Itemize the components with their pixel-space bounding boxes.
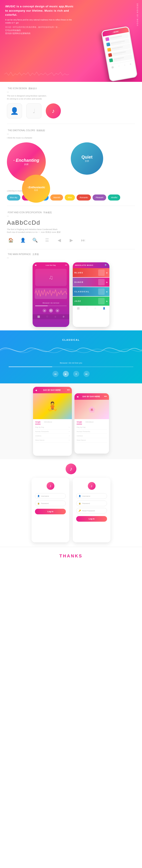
day2-tab-single[interactable]: Single (77, 421, 82, 424)
password-input-1[interactable]: 🔒 Password (35, 501, 66, 506)
circle-enthusiastic: · Enthusiastic 热情 (22, 175, 50, 203)
lock-icon-2: 🔒 (79, 502, 81, 504)
interface-section: THE MAIN INTERFACE 主界面 — ◀ Love the Day … (0, 249, 142, 331)
day-title: DAY BY DAY·HERE (43, 389, 61, 391)
day-dots-icon[interactable]: ••• (67, 389, 70, 392)
progress-fill (35, 306, 48, 306)
thanks-section: THANKS (0, 547, 142, 565)
big-pause-button[interactable]: ⏸ (73, 371, 79, 377)
hero-phone: ♪ iMUSIC (88, 6, 140, 82)
username-input-2[interactable]: 👤 Username (76, 493, 107, 499)
list-nav-person[interactable]: 👤 (103, 307, 105, 310)
icon-person-box: 👤 (7, 103, 22, 119)
playlist-item-4[interactable]: Slow Dance ○ (35, 438, 70, 442)
login-section: ♪ ♪ 👤 Username 🔒 Password Log In ♪ (0, 459, 142, 547)
genre-classical[interactable]: CLASSICAL (73, 287, 109, 296)
waveform (35, 288, 67, 299)
spec-icon-back: ◀ (55, 236, 63, 244)
music-note-icon: ♪ (70, 466, 72, 472)
big-next-button[interactable]: ⏭ (84, 371, 90, 377)
big-prev-button[interactable]: ⏮ (52, 371, 58, 377)
font-spec-cn: 字体规范 (43, 211, 52, 214)
icon-design-title: THE ICON DESIGN 图标设计 (7, 87, 135, 90)
day2-song-4: Slow Dance (77, 439, 86, 441)
day2-song-1: Day by Day (77, 426, 85, 428)
day2-item-4[interactable]: Slow Dance (77, 438, 107, 442)
day2-song-2: Human Fireworks (77, 431, 90, 433)
list-nav-home[interactable]: ⬜ (77, 307, 79, 310)
icon-music-note: ♩ (33, 107, 35, 115)
font-spec-title: FONT AND ICON SPECIFICATION 字体规范 (7, 211, 135, 214)
password-input-2[interactable]: 🔒 Password (76, 501, 107, 506)
playlist-item-2[interactable]: Human Fireworks ○ (35, 430, 70, 434)
enthusiastic-label-en: · Enthusiastic (27, 186, 45, 189)
big-player-song: Because I do not love you (0, 362, 142, 364)
nav-heart-icon[interactable]: ♡ (46, 315, 48, 318)
login1-note-icon: ♪ (50, 484, 51, 488)
big-player-progress-bar[interactable] (9, 367, 133, 367)
list-nav-heart[interactable]: ♡ (86, 307, 88, 310)
phone-ui-row: ◀ Love the Day ••• ♫ Because I do not lo… (7, 262, 135, 327)
day2-item-2[interactable]: Human Fireworks (77, 430, 107, 434)
genre-dance[interactable]: DANCE (73, 278, 109, 287)
play-button[interactable]: ▶ (49, 309, 53, 312)
password-placeholder-2: Password (82, 502, 90, 504)
interface-title-cn: 主界面 (32, 253, 39, 255)
phone-pair: ◀ DAY BY DAY·HERE ••• 🧘 Single Introduce… (4, 387, 138, 456)
hero-cn-3: 音乐设计是用布尔运算制作的 (5, 32, 74, 35)
player-menu-icon[interactable]: ••• (65, 264, 67, 266)
genre-jazz-label: JAZZ (75, 300, 81, 302)
day-header-1: ◀ DAY BY DAY·HERE ••• (33, 387, 72, 393)
icon-row: 👤 ♩ ♪ (7, 103, 135, 119)
day2-tab-introduce[interactable]: Introduce (85, 421, 94, 424)
color-tag-mindful: Mindful (108, 194, 120, 200)
playlist-item-1[interactable]: Day by Day ○ (35, 425, 70, 430)
day2-item-1[interactable]: Day by Day (77, 425, 107, 430)
list-header-title: ABSOLUTE MUSIC (75, 264, 93, 266)
password-placeholder: Password (41, 502, 49, 504)
next-button[interactable]: ⏭ (55, 309, 59, 312)
tab-single[interactable]: Single (35, 421, 40, 424)
nav-settings-icon[interactable]: ⚙ (63, 315, 64, 318)
search-icon[interactable]: 🔍 (105, 264, 107, 267)
big-play-button[interactable]: ▶ (63, 371, 69, 377)
hero-cn-2: 它可以非常的激烈 (5, 29, 74, 32)
player-progress[interactable] (35, 306, 67, 306)
hero-section: iMUSIC is a concept design of music app,… (0, 0, 142, 82)
day2-back-icon[interactable]: ◀ (77, 396, 78, 398)
player-title: Love the Day (36, 264, 65, 266)
nav-star-icon[interactable]: ☆ (54, 315, 56, 318)
day2-dots-icon[interactable]: ••• (104, 395, 107, 398)
day-screen-2: ◀ DAY BY DAY·HERE ••• 🌸 Single Introduce… (75, 393, 109, 454)
nav-home-icon[interactable]: ⬜ (37, 315, 40, 318)
emotion-sub: — (7, 133, 135, 135)
emotion-title: THE EMOTIONAL COLORS 情感色彩 (7, 129, 135, 132)
reset-placeholder: Reset Password (82, 510, 95, 512)
genre-blues[interactable]: BLUES (73, 268, 109, 277)
day2-item-3[interactable]: Useless (77, 434, 107, 438)
genre-list-screen: ABSOLUTE MUSIC 🔍 BLUES DANCE CLASSICAL J… (73, 262, 109, 327)
tab-introduce[interactable]: Introduce (44, 421, 52, 424)
username-placeholder: Username (41, 495, 49, 497)
player-bottom-nav: ⬜ ♡ ☆ ⚙ (33, 314, 69, 319)
day2-song-3: Useless (77, 435, 83, 437)
jazz-thumb (98, 298, 105, 304)
color-tag-warmth: Warmth (50, 194, 63, 200)
song-duration-1: ○ (68, 426, 70, 428)
song-title-2: Human Fireworks (35, 431, 49, 433)
login-button-2[interactable]: Log In (76, 516, 107, 522)
spec-icon-menu: ☰ (43, 236, 51, 244)
genre-jazz[interactable]: JAZZ (73, 297, 109, 306)
username-input-1[interactable]: 👤 Username (35, 493, 66, 499)
hero-text-block: iMUSIC is a concept design of music app,… (5, 4, 74, 35)
interface-sub: — (7, 257, 135, 259)
login-button-1[interactable]: Log In (35, 509, 66, 514)
day-back-icon[interactable]: ◀ (35, 389, 37, 391)
player-back-icon[interactable]: ◀ (35, 264, 36, 266)
reset-input[interactable]: 🔑 Reset Password (76, 508, 107, 514)
song-title-3: Useless (35, 435, 41, 437)
day-hero-image: 🧘 (33, 393, 72, 419)
list-nav-star[interactable]: ☆ (94, 307, 96, 310)
playlist-item-3[interactable]: Useless ○ (35, 434, 70, 438)
prev-button[interactable]: ⏮ (42, 309, 47, 312)
